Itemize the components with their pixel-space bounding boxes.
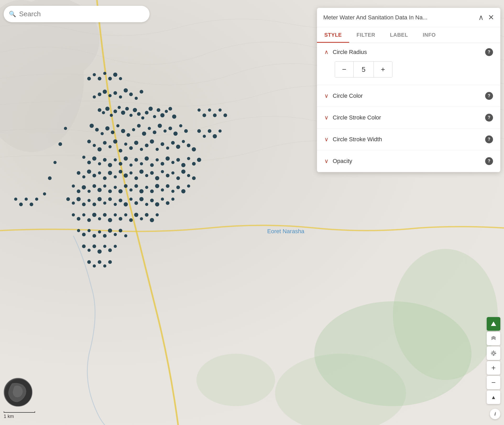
svg-point-74: [182, 140, 185, 143]
svg-point-121: [187, 174, 190, 177]
panel-title: Meter Water And Sanitation Data In Na...: [323, 14, 428, 21]
svg-point-205: [87, 77, 91, 80]
svg-point-152: [97, 197, 102, 201]
svg-point-45: [132, 128, 135, 131]
locate-button[interactable]: [487, 346, 500, 360]
svg-point-222: [82, 244, 86, 248]
svg-point-180: [140, 217, 143, 220]
circle-stroke-color-help[interactable]: ?: [485, 114, 493, 122]
collapse-button[interactable]: ∧: [478, 13, 484, 22]
tab-bar: STYLE FILTER LABEL INFO: [317, 27, 500, 43]
compass-button[interactable]: ▲: [487, 390, 500, 404]
svg-point-187: [48, 176, 52, 180]
search-input[interactable]: [19, 10, 144, 18]
svg-point-14: [125, 107, 129, 111]
svg-point-116: [161, 170, 164, 173]
circle-radius-help[interactable]: ?: [485, 48, 493, 56]
tab-label[interactable]: LABEL: [382, 27, 415, 43]
svg-point-126: [87, 190, 91, 193]
svg-point-118: [171, 171, 174, 175]
search-icon: 🔍: [9, 11, 16, 18]
svg-point-33: [124, 88, 128, 92]
svg-point-76: [192, 147, 196, 151]
svg-point-211: [119, 77, 122, 80]
minimap[interactable]: [4, 378, 32, 407]
svg-point-194: [198, 108, 201, 112]
layer-button[interactable]: [487, 332, 500, 345]
svg-point-179: [134, 213, 138, 217]
svg-point-17: [137, 112, 141, 116]
svg-point-195: [202, 113, 206, 117]
svg-point-212: [77, 229, 80, 232]
terrain-button[interactable]: [487, 317, 500, 331]
svg-point-60: [108, 145, 112, 148]
tab-filter[interactable]: FILTER: [349, 27, 383, 43]
svg-point-48: [148, 127, 151, 130]
svg-point-79: [92, 156, 96, 161]
svg-point-115: [155, 176, 159, 180]
svg-point-43: [121, 129, 125, 133]
svg-point-166: [171, 198, 174, 201]
radius-increase-button[interactable]: +: [374, 62, 392, 77]
svg-point-47: [142, 132, 146, 136]
svg-point-28: [98, 92, 101, 96]
radius-decrease-button[interactable]: −: [335, 62, 353, 77]
svg-point-141: [166, 184, 169, 188]
svg-point-95: [176, 158, 180, 162]
svg-point-103: [92, 174, 96, 177]
panel-header: Meter Water And Sanitation Data In Na...…: [317, 8, 500, 27]
tab-style[interactable]: STYLE: [317, 27, 349, 43]
svg-point-106: [108, 171, 112, 175]
svg-point-198: [218, 108, 222, 112]
svg-point-232: [103, 264, 106, 268]
svg-point-177: [124, 213, 127, 216]
svg-point-167: [72, 213, 75, 216]
svg-point-145: [187, 184, 190, 188]
zoom-in-button[interactable]: +: [487, 361, 500, 375]
svg-point-19: [145, 111, 149, 115]
svg-point-98: [192, 162, 196, 166]
svg-point-193: [35, 198, 38, 201]
circle-stroke-color-chevron[interactable]: ∨: [324, 114, 328, 121]
svg-point-105: [103, 176, 107, 180]
svg-point-131: [114, 186, 117, 189]
svg-point-42: [116, 124, 119, 127]
svg-point-213: [82, 233, 86, 236]
svg-point-225: [97, 249, 102, 254]
circle-stroke-width-help[interactable]: ?: [485, 135, 493, 143]
svg-point-218: [108, 228, 112, 233]
svg-point-178: [129, 218, 133, 222]
svg-point-119: [176, 176, 180, 180]
opacity-section: ∨ Opacity ?: [317, 150, 500, 172]
tab-info[interactable]: INFO: [415, 27, 443, 43]
svg-point-46: [137, 124, 141, 128]
svg-point-172: [98, 217, 101, 220]
close-button[interactable]: ✕: [488, 13, 494, 22]
svg-point-192: [30, 203, 33, 206]
opacity-help[interactable]: ?: [485, 157, 493, 165]
svg-point-163: [155, 202, 159, 206]
svg-point-10: [110, 114, 113, 117]
svg-point-99: [197, 158, 201, 162]
svg-point-113: [145, 174, 148, 177]
info-button[interactable]: i: [490, 409, 500, 419]
svg-point-227: [108, 248, 112, 252]
circle-color-help[interactable]: ?: [485, 92, 493, 100]
svg-point-219: [114, 233, 117, 236]
opacity-chevron[interactable]: ∨: [324, 158, 328, 165]
svg-point-65: [134, 141, 138, 145]
circle-radius-chevron[interactable]: ∧: [324, 49, 328, 56]
svg-point-149: [82, 203, 86, 206]
circle-stroke-width-chevron[interactable]: ∨: [324, 136, 328, 143]
svg-point-147: [72, 201, 75, 205]
svg-point-221: [124, 234, 127, 237]
circle-stroke-color-label: Circle Stroke Color: [333, 114, 381, 121]
circle-color-chevron[interactable]: ∨: [324, 92, 328, 99]
svg-point-158: [129, 198, 133, 201]
svg-point-50: [158, 124, 162, 128]
zoom-out-button[interactable]: −: [487, 376, 500, 389]
svg-point-30: [108, 94, 112, 97]
svg-point-220: [119, 229, 122, 232]
svg-point-96: [181, 163, 185, 167]
svg-point-120: [181, 170, 185, 174]
